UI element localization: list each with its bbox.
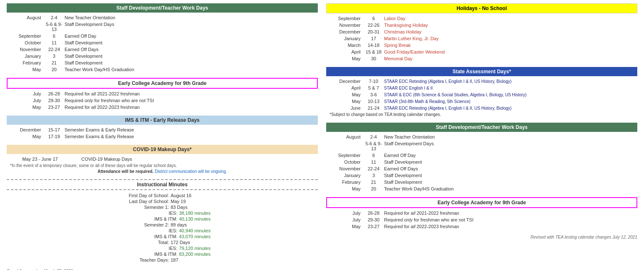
early-college2-header: Early College Academy for 9th Grade (326, 197, 637, 208)
list-item: Last Day of School: May 19 (15, 198, 309, 204)
table-row: May 20 Teacher Work Day/HS Graduation (7, 66, 318, 73)
table-row: January 17 Martin Luther King, Jr. Day (326, 35, 637, 42)
list-item: Semester 2: 89 days (15, 222, 309, 228)
table-row: May 17-19 Semester Exams & Early Release (7, 133, 318, 140)
list-item: IMS & ITM: 40,130 minutes (15, 216, 309, 222)
staff-dev-header: Staff Development/Teacher Work Days (7, 3, 318, 13)
early-college2-section: Early College Academy for 9th Grade July… (326, 197, 637, 230)
covid-header: COVID-19 Makeup Days* (7, 145, 318, 154)
table-row: July 26-28 Required for all 2021-2022 fr… (7, 90, 318, 97)
state-assessment-section: State Assessment Days* December 7-10 STA… (326, 67, 637, 118)
table-row: February 21 Staff Development (326, 179, 637, 185)
instructional-header: Instructional Minutes (7, 179, 318, 190)
table-row: November 22-24 Earned Off Days (326, 165, 637, 172)
ims-section: IMS & ITM - Early Release Days December … (7, 116, 318, 140)
list-item: IMS & ITM: 83,200 minutes (15, 251, 309, 257)
table-row: January 3 Staff Development (326, 172, 637, 179)
table-row: August 2-4 New Teacher Orientation (326, 134, 637, 140)
covid-section: COVID-19 Makeup Days* May 23 - June 17 C… (7, 145, 318, 174)
table-row: June 21-24 STAAR EOC Retesting (Algebra … (326, 105, 637, 111)
list-item: Teacher Days: 187 (15, 257, 309, 263)
covid-note1: *In the event of a temporary closure, so… (7, 162, 318, 169)
table-row: August 2-4 New Teacher Orientation (7, 14, 318, 21)
table-row: March 14-18 Spring Break (326, 42, 637, 49)
list-item: IMS & ITM: 43,070 minutes (15, 234, 309, 239)
table-row: October 11 Staff Development (326, 159, 637, 165)
table-row: April 15 & 18 Good Friday/Easter Weekend (326, 49, 637, 55)
table-row: December 7-10 STAAR EOC Retesting (Algeb… (326, 78, 637, 85)
table-row: November 22-24 Earned Off Days (7, 46, 318, 53)
table-row: July 29-30 Required only for freshman wh… (7, 97, 318, 104)
table-row: 5-6 & 9-13 Staff Development Days (7, 21, 318, 33)
holidays-section: Holidays - No School September 6 Labor D… (326, 3, 637, 62)
table-row: September 6 Earned Off Day (7, 33, 318, 39)
instructional-section: Instructional Minutes First Day of Schoo… (7, 179, 318, 264)
table-row: September 6 Earned Off Day (326, 152, 637, 159)
right-column: Holidays - No School September 6 Labor D… (326, 3, 637, 270)
table-row: November 22-26 Thanksgiving Holiday (326, 22, 637, 28)
list-item: Total: 172 Days (15, 239, 309, 245)
staff-dev2-section: Staff Development/Teacher Work Days Augu… (326, 123, 637, 192)
list-item: IES: 38,180 minutes (15, 210, 309, 216)
table-row: April 5 & 7 STAAR EOC English I & II (326, 85, 637, 91)
page: Staff Development/Teacher Work Days Augu… (0, 0, 644, 270)
list-item: Semester 1: 83 Days (15, 204, 309, 210)
table-row: May 3-6 STAAR & EOC (8th Science & Socia… (326, 91, 637, 98)
holidays-header: Holidays - No School (326, 3, 637, 13)
table-row: May 20 Teacher Work Day/HS Graduation (326, 185, 637, 192)
staff-dev-section: Staff Development/Teacher Work Days Augu… (7, 3, 318, 73)
table-row: May 23-27 Required for all 2022-2023 fre… (326, 223, 637, 230)
table-row: 5-6 & 9-13 Staff Development Days (326, 140, 637, 152)
table-row: February 21 Staff Development (7, 59, 318, 66)
early-college-section: Early College Academy for 9th Grade July… (7, 78, 318, 111)
left-column: Staff Development/Teacher Work Days Augu… (7, 3, 318, 270)
list-item: IES: 79,120 minutes (15, 245, 309, 251)
staff-dev2-header: Staff Development/Teacher Work Days (326, 123, 637, 132)
early-college-header: Early College Academy for 9th Grade (7, 78, 318, 89)
table-row: May 30 Memorial Day (326, 55, 637, 62)
table-row: July 29-30 Required only for freshman wh… (326, 216, 637, 223)
right-footer: Revised with TEA testing calendar change… (326, 235, 637, 239)
instructional-data: First Day of School: August 16 Last Day … (7, 192, 318, 264)
ims-header: IMS & ITM - Early Release Days (7, 116, 318, 125)
table-row: January 3 Staff Development (7, 53, 318, 59)
table-row: May 10-13 STAAR (3rd-8th Math & Reading,… (326, 98, 637, 105)
list-item: IES: 40,940 minutes (15, 228, 309, 234)
state-assessment-note: *Subject to change based on TEA testing … (326, 111, 637, 118)
table-row: May 23 - June 17 COVID-19 Makeup Days (7, 156, 318, 162)
table-row: September 6 Labor Day (326, 15, 637, 22)
table-row: December 15-17 Semester Exams & Early Re… (7, 126, 318, 133)
state-assessment-header: State Assessment Days* (326, 67, 637, 76)
list-item: First Day of School: August 16 (15, 193, 309, 198)
covid-note2: Attendance will be required. District co… (7, 169, 318, 174)
table-row: May 23-27 Required for all 2022-2023 fre… (7, 104, 318, 111)
table-row: October 11 Staff Development (7, 39, 318, 46)
table-row: December 20-31 Christmas Holiday (326, 28, 637, 35)
table-row: July 26-28 Required for all 2021-2022 fr… (326, 210, 637, 216)
